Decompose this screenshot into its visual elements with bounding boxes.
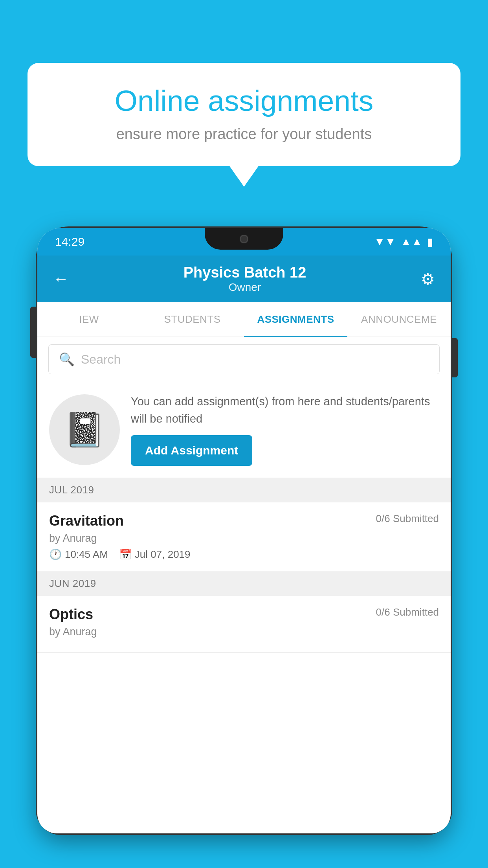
header-center: Physics Batch 12 Owner [183, 264, 306, 294]
tab-assignments[interactable]: ASSIGNMENTS [244, 302, 347, 337]
add-assignment-button[interactable]: Add Assignment [131, 435, 252, 466]
assignment-time: 🕐 10:45 AM [49, 548, 108, 561]
promo-icon-circle: 📓 [49, 394, 120, 465]
clock-icon: 🕐 [49, 548, 62, 561]
search-icon: 🔍 [59, 352, 75, 367]
search-bar-container: 🔍 Search [37, 337, 451, 381]
search-bar[interactable]: 🔍 Search [48, 344, 440, 374]
tab-iew[interactable]: IEW [37, 302, 141, 337]
phone-container: 14:29 ▼▼ ▲▲ ▮ ← Physics Batch 12 Owner ⚙ [37, 228, 451, 868]
notebook-icon: 📓 [64, 410, 105, 449]
tab-students[interactable]: STUDENTS [141, 302, 244, 337]
status-icons: ▼▼ ▲▲ ▮ [374, 235, 433, 248]
tabs-container: IEW STUDENTS ASSIGNMENTS ANNOUNCEME [37, 302, 451, 337]
search-input[interactable]: Search [81, 352, 121, 367]
assignment-item-gravitation[interactable]: Gravitation 0/6 Submitted by Anurag 🕐 10… [37, 502, 451, 571]
phone-screen: 14:29 ▼▼ ▲▲ ▮ ← Physics Batch 12 Owner ⚙ [37, 228, 451, 833]
phone-notch [205, 228, 283, 250]
header-subtitle: Owner [183, 281, 306, 294]
assignment-header: Gravitation 0/6 Submitted [49, 513, 439, 529]
promo-content: You can add assignment(s) from here and … [131, 393, 439, 466]
month-separator-jun: JUN 2019 [37, 571, 451, 596]
battery-icon: ▮ [427, 235, 433, 248]
assignment-header-optics: Optics 0/6 Submitted [49, 606, 439, 623]
assignment-title-optics: Optics [49, 606, 93, 623]
settings-icon[interactable]: ⚙ [421, 270, 435, 288]
back-button[interactable]: ← [53, 270, 69, 288]
month-separator-jul: JUL 2019 [37, 478, 451, 502]
speech-bubble-container: Online assignments ensure more practice … [28, 63, 460, 166]
header-title: Physics Batch 12 [183, 264, 306, 281]
assignment-author: by Anurag [49, 532, 439, 544]
signal-icon: ▲▲ [401, 235, 422, 248]
assignment-meta: 🕐 10:45 AM 📅 Jul 07, 2019 [49, 548, 439, 561]
bubble-subtitle: ensure more practice for your students [51, 126, 437, 143]
calendar-icon: 📅 [119, 548, 132, 561]
assignment-date: 📅 Jul 07, 2019 [119, 548, 191, 561]
tab-announcements[interactable]: ANNOUNCEME [347, 302, 451, 337]
assignment-author-optics: by Anurag [49, 626, 439, 638]
assignment-submitted: 0/6 Submitted [376, 513, 439, 525]
wifi-icon: ▼▼ [374, 235, 396, 248]
status-time: 14:29 [55, 235, 84, 248]
speech-bubble: Online assignments ensure more practice … [28, 63, 460, 166]
app-header: ← Physics Batch 12 Owner ⚙ [37, 256, 451, 302]
assignment-title: Gravitation [49, 513, 124, 529]
promo-text: You can add assignment(s) from here and … [131, 393, 439, 427]
phone-outer: 14:29 ▼▼ ▲▲ ▮ ← Physics Batch 12 Owner ⚙ [37, 228, 451, 833]
camera-dot [240, 235, 248, 243]
promo-section: 📓 You can add assignment(s) from here an… [37, 381, 451, 478]
assignment-item-optics[interactable]: Optics 0/6 Submitted by Anurag [37, 596, 451, 653]
bubble-title: Online assignments [51, 85, 437, 117]
assignment-submitted-optics: 0/6 Submitted [376, 606, 439, 618]
